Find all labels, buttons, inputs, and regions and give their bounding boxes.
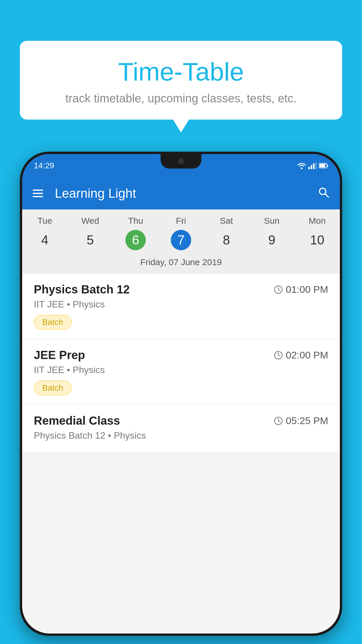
svg-rect-2 xyxy=(311,165,312,169)
status-bar: 14:29 xyxy=(22,154,340,177)
hamburger-button[interactable] xyxy=(33,190,43,197)
selected-date-label: Friday, 07 June 2019 xyxy=(22,253,340,274)
item-subtitle: IIT JEE • Physics xyxy=(34,365,328,375)
svg-point-0 xyxy=(301,167,303,169)
calendar-day-6[interactable]: Thu6 xyxy=(113,216,158,250)
days-header: Tue4Wed5Thu6Fri7Sat8Sun9Mon10 xyxy=(22,209,340,253)
calendar-day-5[interactable]: Wed5 xyxy=(68,216,113,250)
batch-tag: Batch xyxy=(34,381,72,395)
svg-line-12 xyxy=(278,290,280,290)
calendar-day-8[interactable]: Sat8 xyxy=(204,216,249,250)
status-time: 14:29 xyxy=(34,161,54,170)
item-subtitle: Physics Batch 12 • Physics xyxy=(34,430,328,441)
svg-rect-4 xyxy=(315,162,317,169)
app-bar: Learning Light xyxy=(22,177,340,209)
svg-rect-7 xyxy=(327,165,328,167)
phone-frame: 14:29 xyxy=(20,152,342,636)
batch-tag: Batch xyxy=(34,315,72,330)
schedule-item[interactable]: Remedial Class05:25 PMPhysics Batch 12 •… xyxy=(22,405,340,452)
schedule-list: Physics Batch 1201:00 PMIIT JEE • Physic… xyxy=(22,274,340,452)
schedule-item[interactable]: Physics Batch 1201:00 PMIIT JEE • Physic… xyxy=(22,274,340,339)
calendar-day-9[interactable]: Sun9 xyxy=(249,216,295,250)
svg-line-18 xyxy=(278,421,280,422)
clock-icon xyxy=(274,416,283,425)
notch-camera xyxy=(178,159,184,164)
speech-bubble-container: Time-Table track timetable, upcoming cla… xyxy=(20,41,342,120)
svg-line-9 xyxy=(325,194,328,197)
wifi-icon xyxy=(297,162,306,169)
item-title: JEE Prep xyxy=(34,349,85,362)
calendar-strip: Tue4Wed5Thu6Fri7Sat8Sun9Mon10 Friday, 07… xyxy=(22,209,340,274)
bubble-title: Time-Table xyxy=(31,57,331,87)
notch xyxy=(161,154,201,169)
svg-rect-3 xyxy=(313,163,314,169)
battery-icon xyxy=(319,163,328,169)
signal-icon xyxy=(308,162,317,169)
speech-bubble: Time-Table track timetable, upcoming cla… xyxy=(20,41,342,120)
schedule-item[interactable]: JEE Prep02:00 PMIIT JEE • PhysicsBatch xyxy=(22,339,340,405)
svg-rect-6 xyxy=(319,164,325,167)
item-subtitle: IIT JEE • Physics xyxy=(34,299,328,310)
clock-icon xyxy=(274,285,283,294)
item-title: Physics Batch 12 xyxy=(34,283,130,296)
status-icons xyxy=(297,162,328,169)
svg-line-15 xyxy=(278,355,280,356)
search-button[interactable] xyxy=(318,186,329,201)
svg-rect-1 xyxy=(308,167,310,169)
item-title: Remedial Class xyxy=(34,414,120,427)
clock-icon xyxy=(274,351,283,360)
bubble-subtitle: track timetable, upcoming classes, tests… xyxy=(31,92,331,105)
calendar-day-10[interactable]: Mon10 xyxy=(294,216,340,250)
calendar-day-7[interactable]: Fri7 xyxy=(158,216,204,250)
calendar-day-4[interactable]: Tue4 xyxy=(22,216,68,250)
phone-inner: 14:29 xyxy=(22,154,340,634)
app-title: Learning Light xyxy=(52,186,309,201)
